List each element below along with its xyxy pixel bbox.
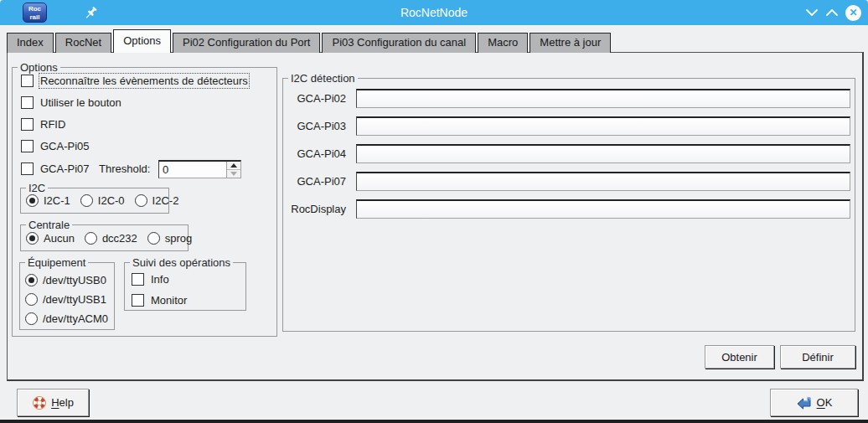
checkbox-row-detector-events: Reconnaître les évènements de détecteurs [21,75,248,87]
monitor-checkbox[interactable] [132,294,144,307]
spin-up-icon[interactable] [227,162,240,170]
gca-pi05-label: GCA-Pi05 [40,140,90,152]
threshold-spin-buttons [226,162,240,178]
definir-button[interactable]: Définir [780,345,855,369]
threshold-input[interactable] [159,162,226,178]
dcc232-radio[interactable] [85,232,97,245]
gca-pi04-field-label: GCA-Pi04 [283,147,346,160]
chevron-down-icon[interactable] [805,8,819,17]
rocdisplay-field-label: RocDisplay [283,203,346,215]
threshold-spinner [158,160,241,178]
info-label: Info [151,273,169,286]
close-icon[interactable]: ✕ [845,5,861,21]
gca-pi07-field-label: GCA-Pi07 [283,175,346,188]
gca-pi07-checkbox[interactable] [21,162,34,175]
rfid-checkbox[interactable] [21,118,34,131]
info-checkbox[interactable] [132,273,144,286]
titlebar-controls: ✕ [805,0,861,25]
use-button-checkbox[interactable] [21,96,34,109]
detector-events-label: Reconnaître les évènements de détecteurs [40,75,248,87]
i2c-2-label: I2C-2 [152,194,179,207]
i2c-1-label: I2C-1 [44,194,70,207]
suivi-group-title: Suivi des opérations [130,256,233,269]
aucun-radio[interactable] [26,232,39,245]
suivi-group: Suivi des opérations Info Monitor [124,262,246,311]
obtenir-button[interactable]: Obtenir [705,345,774,369]
tab-pi03-configuration-du-canal[interactable]: Pi03 Configuration du canal [322,33,476,53]
gca-pi02-input[interactable] [356,89,850,108]
lifebuoy-icon [32,395,47,410]
return-arrow-icon [796,395,813,410]
i2c-detection-group: I2C détection GCA-Pi02 GCA-Pi03 GCA-Pi04… [282,78,855,332]
chevron-up-icon[interactable] [825,8,839,17]
ttyusb1-row: /dev/ttyUSB1 [25,293,106,306]
centrale-group: Centrale Aucun dcc232 sprog [20,224,189,251]
gca-pi03-field-label: GCA-Pi03 [283,120,346,132]
i2c-group-title: I2C [26,182,48,194]
centrale-radio-row: Aucun dcc232 sprog [26,232,192,245]
gca-pi07-label: GCA-Pi07 [40,162,90,175]
obtenir-label: Obtenir [721,351,757,364]
help-label: Help [51,396,74,409]
gca-pi02-field-label: GCA-Pi02 [283,92,346,105]
tab-options[interactable]: Options [113,29,171,53]
rocdisplay-input[interactable] [356,199,850,219]
ttyacm0-row: /dev/ttyACM0 [25,312,108,325]
ok-label: OK [817,396,833,409]
help-button[interactable]: Help [17,389,89,416]
i2c-radio-row: I2C-1 I2C-0 I2C-2 [26,194,178,207]
centrale-group-title: Centrale [26,219,72,231]
aucun-label: Aucun [44,232,75,245]
ttyusb1-radio[interactable] [25,293,38,306]
i2c-group: I2C I2C-1 I2C-0 I2C-2 [20,188,169,214]
tab-index[interactable]: Index [7,33,54,53]
use-button-label: Utiliser le bouton [40,96,121,109]
i2c-0-radio[interactable] [80,194,93,207]
monitor-row: Monitor [132,294,187,307]
ttyusb0-label: /dev/ttyUSB0 [43,274,106,286]
tab-rocnet[interactable]: RocNet [55,33,111,53]
ttyusb1-label: /dev/ttyUSB1 [43,293,106,306]
rocnetnode-dialog: Roc rail RocNetNode ✕ I [0,0,868,423]
tab-bar: Index RocNet Options Pi02 Configuration … [7,29,612,53]
detector-events-checkbox[interactable] [21,75,34,87]
titlebar[interactable]: Roc rail RocNetNode ✕ [0,0,868,25]
checkbox-row-gca-pi05: GCA-Pi05 [21,140,90,152]
definir-label: Définir [802,351,834,364]
dcc232-label: dcc232 [102,232,137,245]
spin-down-icon[interactable] [227,170,240,178]
tab-mettre-a-jour[interactable]: Mettre à jour [530,33,611,53]
ok-button[interactable]: OK [770,389,858,416]
equipement-group-title: Équipement [25,256,88,269]
i2c-2-radio[interactable] [135,194,147,207]
ttyusb0-row: /dev/ttyUSB0 [25,274,106,286]
i2c-0-label: I2C-0 [98,194,125,207]
info-row: Info [132,273,169,286]
gca-pi04-input[interactable] [356,144,850,163]
threshold-label: Threshold: [99,162,150,175]
checkbox-row-gca-pi07: GCA-Pi07 [21,162,90,175]
gca-pi03-input[interactable] [356,116,850,136]
tab-pi02-configuration-du-port[interactable]: Pi02 Configuration du Port [173,33,320,53]
ttyacm0-label: /dev/ttyACM0 [43,312,108,325]
i2c-detection-group-title: I2C détection [288,72,358,85]
ttyusb0-radio[interactable] [25,274,38,286]
tab-macro[interactable]: Macro [478,33,528,53]
checkbox-row-use-button: Utiliser le bouton [21,96,121,109]
sprog-label: sprog [165,232,193,245]
options-group-title: Options [18,61,60,74]
i2c-1-radio[interactable] [26,194,39,207]
monitor-label: Monitor [151,294,187,307]
checkbox-row-rfid: RFID [21,118,65,131]
sprog-radio[interactable] [147,232,160,245]
window-title: RocNetNode [0,0,868,25]
ttyacm0-radio[interactable] [25,312,38,325]
window-bottom-edge [0,420,868,423]
rfid-label: RFID [40,118,65,131]
gca-pi07-input[interactable] [356,172,850,191]
gca-pi05-checkbox[interactable] [21,140,34,152]
equipement-group: Équipement /dev/ttyUSB0 /dev/ttyUSB1 /de… [19,262,115,330]
